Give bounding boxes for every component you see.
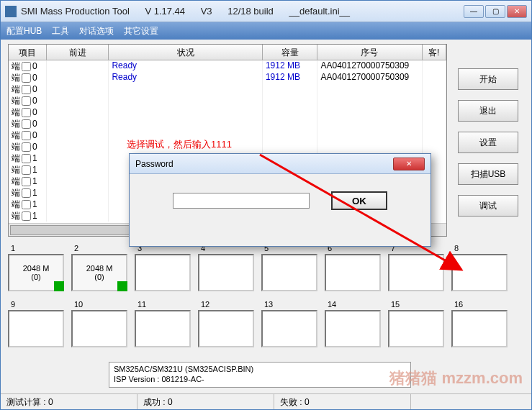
close-button[interactable]: ✕ bbox=[507, 5, 527, 18]
menu-other[interactable]: 其它设置 bbox=[124, 25, 158, 37]
slot-4[interactable]: 4 bbox=[198, 244, 257, 296]
th-item[interactable]: 项目 bbox=[9, 45, 47, 60]
row-checkbox[interactable] bbox=[22, 200, 31, 209]
app-name: SMI Mass Production Tool bbox=[21, 6, 130, 17]
row-checkbox[interactable] bbox=[22, 165, 31, 175]
slot-12[interactable]: 12 bbox=[198, 300, 257, 352]
password-input[interactable] bbox=[173, 193, 310, 209]
slot-15[interactable]: 15 bbox=[388, 300, 447, 352]
th-cust[interactable]: 客! bbox=[423, 45, 446, 60]
scrollbar-thumb[interactable] bbox=[10, 225, 132, 235]
slot-box[interactable] bbox=[325, 254, 381, 291]
slot-box[interactable]: 2048 M(0) bbox=[71, 254, 127, 291]
menubar: 配置HUB 工具 对话选项 其它设置 bbox=[1, 22, 531, 40]
slot-9[interactable]: 9 bbox=[8, 300, 67, 352]
menu-tool[interactable]: 工具 bbox=[52, 25, 69, 37]
slot-11[interactable]: 11 bbox=[135, 300, 194, 352]
slot-14[interactable]: 14 bbox=[325, 300, 384, 352]
debug-button[interactable]: 调试 bbox=[458, 195, 518, 217]
slot-box[interactable]: 2048 M(0) bbox=[8, 254, 64, 291]
slot-status-indicator bbox=[117, 281, 127, 291]
row-checkbox[interactable] bbox=[22, 131, 31, 140]
dialog-close-button[interactable]: ✕ bbox=[393, 158, 425, 170]
slot-13[interactable]: 13 bbox=[261, 300, 320, 352]
app-icon bbox=[5, 6, 17, 17]
table-row[interactable]: 端0 bbox=[9, 118, 446, 129]
slot-5[interactable]: 5 bbox=[261, 244, 320, 296]
row-checkbox[interactable] bbox=[22, 73, 31, 83]
slot-1[interactable]: 1 2048 M(0) bbox=[8, 244, 67, 296]
table-row[interactable]: 端0 bbox=[9, 106, 446, 118]
slot-number: 13 bbox=[261, 300, 320, 309]
slot-10[interactable]: 10 bbox=[71, 300, 130, 352]
slot-number: 10 bbox=[71, 300, 130, 309]
statusbar: 测试计算 : 0 成功 : 0 失败 : 0 bbox=[1, 393, 531, 409]
slot-number: 2 bbox=[71, 244, 130, 252]
row-checkbox[interactable] bbox=[22, 62, 31, 71]
slot-box[interactable] bbox=[388, 310, 444, 347]
dialog-titlebar[interactable]: Password ✕ bbox=[130, 154, 430, 174]
slot-box[interactable] bbox=[198, 254, 254, 291]
side-buttons: 开始 退出 设置 扫描USB 调试 bbox=[458, 68, 518, 217]
slot-box[interactable] bbox=[8, 310, 64, 347]
app-version: V 1.17.44 bbox=[145, 6, 185, 17]
table-row[interactable]: 端0 Ready 1912 MB AA0401270000750309 bbox=[9, 60, 446, 72]
chip-info: SM325AC/SM321U (SM325ACISP.BIN) ISP Vers… bbox=[109, 362, 411, 388]
client-area: 项目 前进 状况 容量 序号 客! 端0 Ready 1912 MB AA040… bbox=[1, 40, 531, 409]
th-capacity[interactable]: 容量 bbox=[263, 45, 318, 60]
row-checkbox[interactable] bbox=[22, 96, 31, 106]
app-window: SMI Mass Production Tool V 1.17.44 V3 12… bbox=[0, 0, 532, 410]
slot-6[interactable]: 6 bbox=[325, 244, 384, 296]
hint-text: 选择调试，然后输入1111 bbox=[127, 138, 232, 151]
row-checkbox[interactable] bbox=[22, 177, 31, 186]
exit-button[interactable]: 退出 bbox=[458, 100, 518, 122]
row-checkbox[interactable] bbox=[22, 108, 31, 117]
slot-16[interactable]: 16 bbox=[451, 300, 510, 352]
slot-status-indicator bbox=[54, 281, 64, 291]
settings-button[interactable]: 设置 bbox=[458, 132, 518, 153]
table-row[interactable]: 端0 Ready 1912 MB AA0401270000750309 bbox=[9, 72, 446, 83]
status-fail: 失败 : 0 bbox=[274, 394, 411, 409]
slot-number: 8 bbox=[451, 244, 510, 252]
app-v3: V3 bbox=[201, 6, 212, 17]
minimize-button[interactable]: — bbox=[464, 5, 484, 18]
row-checkbox[interactable] bbox=[22, 154, 31, 163]
row-checkbox[interactable] bbox=[22, 142, 31, 152]
th-progress[interactable]: 前进 bbox=[47, 45, 109, 60]
th-status[interactable]: 状况 bbox=[109, 45, 263, 60]
maximize-button[interactable]: ▢ bbox=[485, 5, 505, 18]
slot-8[interactable]: 8 bbox=[451, 244, 510, 296]
slot-box[interactable] bbox=[325, 310, 381, 347]
table-row[interactable]: 端0 bbox=[9, 95, 446, 106]
slot-box[interactable] bbox=[261, 310, 317, 347]
slot-number: 14 bbox=[325, 300, 384, 309]
menu-hub[interactable]: 配置HUB bbox=[6, 25, 42, 37]
status-test: 测试计算 : 0 bbox=[1, 394, 137, 409]
slot-box[interactable] bbox=[71, 310, 127, 347]
slot-box[interactable] bbox=[451, 254, 508, 291]
slot-box[interactable] bbox=[261, 254, 317, 291]
slot-3[interactable]: 3 bbox=[135, 244, 194, 296]
slot-box[interactable] bbox=[451, 310, 508, 347]
row-checkbox[interactable] bbox=[22, 119, 31, 129]
scan-usb-button[interactable]: 扫描USB bbox=[458, 163, 518, 185]
slot-7[interactable]: 7 bbox=[388, 244, 447, 296]
slot-number: 15 bbox=[388, 300, 447, 309]
menu-dialog[interactable]: 对话选项 bbox=[79, 25, 114, 37]
row-checkbox[interactable] bbox=[22, 188, 31, 198]
slot-grid: 1 2048 M(0) 2 2048 M(0) 3 4 5 6 7 8 9 10… bbox=[8, 244, 519, 356]
slot-box[interactable] bbox=[198, 310, 254, 347]
slot-box[interactable] bbox=[135, 254, 191, 291]
slot-box[interactable] bbox=[135, 310, 191, 347]
row-checkbox[interactable] bbox=[22, 211, 31, 221]
titlebar: SMI Mass Production Tool V 1.17.44 V3 12… bbox=[1, 1, 531, 22]
slot-box[interactable] bbox=[388, 254, 444, 291]
app-build: 12/18 build bbox=[227, 6, 274, 17]
ok-button[interactable]: OK bbox=[331, 191, 387, 210]
start-button[interactable]: 开始 bbox=[458, 68, 518, 90]
row-checkbox[interactable] bbox=[22, 85, 31, 94]
slot-number: 16 bbox=[451, 300, 510, 309]
table-row[interactable]: 端0 bbox=[9, 83, 446, 95]
th-serial[interactable]: 序号 bbox=[317, 45, 422, 60]
slot-2[interactable]: 2 2048 M(0) bbox=[71, 244, 130, 296]
